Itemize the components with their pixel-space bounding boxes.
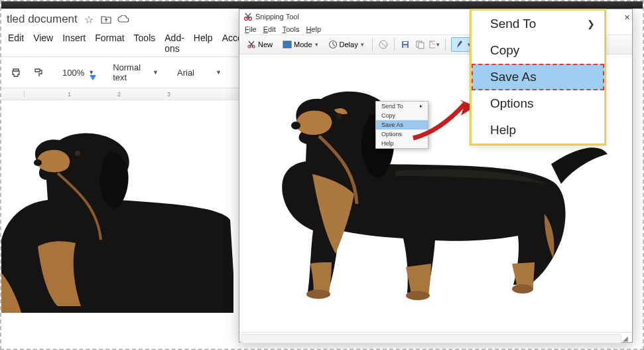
scissors-icon [246, 39, 257, 50]
move-folder-icon[interactable] [100, 13, 112, 25]
cancel-icon[interactable] [378, 39, 389, 50]
star-icon[interactable]: ☆ [83, 13, 95, 25]
snip-title: Snipping Tool [255, 13, 299, 21]
svg-rect-10 [403, 42, 407, 44]
callout-send-to[interactable]: Send To [472, 11, 604, 37]
callout-help[interactable]: Help [472, 117, 604, 143]
menu-format[interactable]: Format [95, 33, 124, 54]
menu-help[interactable]: Help [194, 33, 213, 54]
callout-copy[interactable]: Copy [472, 37, 604, 64]
callout-arrow-icon [407, 92, 480, 145]
font-selector[interactable]: Arial▼ [174, 66, 224, 79]
tab-marker-icon[interactable] [90, 75, 96, 80]
svg-point-19 [512, 284, 533, 294]
format-paint-icon[interactable] [31, 66, 46, 79]
cloud-status-icon[interactable] [117, 13, 129, 25]
svg-point-17 [306, 290, 330, 299]
svg-rect-11 [403, 45, 407, 48]
menu-view[interactable]: View [33, 33, 53, 54]
snip-statusbar: ◢ [239, 332, 632, 344]
mode-rect-icon [282, 39, 292, 50]
menu-addons[interactable]: Add-ons [164, 33, 184, 54]
menu-tools[interactable]: Tools [134, 33, 156, 54]
svg-point-0 [75, 151, 80, 156]
dog-image-gdocs [1, 107, 233, 313]
gdocs-toolbar: 100%▼ Normal text▼ Arial▼ − 11 [1, 56, 240, 88]
style-selector[interactable]: Normal text▼ [110, 61, 161, 84]
svg-point-18 [406, 291, 430, 300]
snip-menu-tools[interactable]: Tools [283, 25, 300, 33]
close-button[interactable]: ✕ [613, 9, 641, 25]
browser-top-strip [1, 1, 643, 9]
snip-menu-edit[interactable]: Edit [263, 25, 276, 33]
save-icon[interactable] [400, 39, 411, 50]
snip-menu-help[interactable]: Help [306, 25, 321, 33]
snip-menu-file[interactable]: File [245, 25, 257, 33]
svg-point-1 [34, 159, 42, 166]
svg-rect-6 [283, 41, 291, 48]
svg-rect-13 [419, 43, 424, 48]
pen-icon [454, 39, 465, 50]
horizontal-scrollbar[interactable] [241, 334, 621, 343]
snipping-tool-icon [243, 12, 253, 21]
callout-menu: Send To Copy Save As Options Help [470, 9, 606, 145]
menu-insert[interactable]: Insert [62, 33, 86, 54]
gdocs-menu-bar: Edit View Insert Format Tools Add-ons He… [1, 30, 240, 56]
menu-edit[interactable]: Edit [8, 33, 24, 54]
google-docs-window: tled document ☆ Edit View Insert Format … [1, 9, 240, 350]
gdocs-title-area: tled document ☆ [1, 9, 240, 30]
send-icon[interactable]: ▾ [429, 39, 440, 50]
delay-button[interactable]: Delay▾ [325, 38, 367, 51]
ruler: ⋮ 1 2 3 [1, 88, 240, 100]
document-canvas[interactable] [1, 100, 240, 350]
svg-point-16 [291, 122, 300, 130]
new-snip-button[interactable]: New [243, 38, 275, 51]
document-title[interactable]: tled document [7, 13, 78, 26]
mode-button[interactable]: Mode▾ [279, 38, 321, 51]
copy-icon[interactable] [415, 39, 425, 50]
callout-options[interactable]: Options [472, 90, 604, 117]
clock-icon [328, 39, 338, 50]
print-icon[interactable] [8, 66, 24, 79]
svg-point-15 [336, 114, 342, 120]
callout-save-as[interactable]: Save As [472, 64, 604, 90]
